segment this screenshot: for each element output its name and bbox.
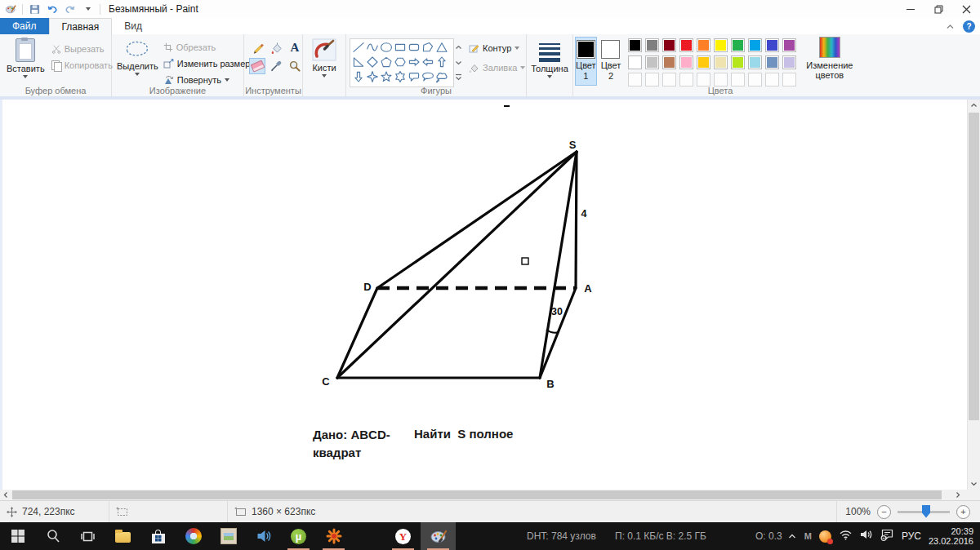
taskbar-clock[interactable]: 20:39 23.02.2016	[929, 526, 973, 546]
shape-hexagon-icon[interactable]	[393, 55, 407, 69]
taskbar-volume-icon[interactable]	[246, 522, 281, 550]
palette-color-efe4b0[interactable]	[714, 55, 728, 69]
shape-five-point-star-icon[interactable]	[379, 69, 393, 84]
shape-arrow-up-icon[interactable]	[434, 55, 448, 69]
text-tool-button[interactable]: A	[287, 39, 303, 55]
color-picker-tool-button[interactable]	[268, 58, 284, 74]
taskbar-start-icon[interactable]	[0, 522, 35, 550]
volume-icon[interactable]	[860, 529, 873, 543]
select-button[interactable]: Выделить	[117, 38, 158, 87]
shapes-more-icon[interactable]	[455, 69, 462, 84]
zoom-slider[interactable]	[898, 511, 950, 513]
palette-empty-slot[interactable]	[697, 73, 710, 86]
horizontal-scrollbar[interactable]	[0, 490, 967, 500]
taskbar-yandex-icon[interactable]: Y	[385, 522, 421, 550]
shape-diamond-icon[interactable]	[365, 55, 379, 69]
palette-color-7f7f7f[interactable]	[645, 38, 659, 52]
palette-color-7092be[interactable]	[765, 55, 779, 69]
help-icon[interactable]: ?	[963, 20, 975, 33]
fill-tool-button[interactable]	[268, 39, 284, 55]
taskbar-explorer-icon[interactable]	[105, 522, 140, 550]
wifi-icon[interactable]	[839, 529, 853, 543]
palette-color-00a2e8[interactable]	[748, 38, 762, 52]
palette-color-c8bfe7[interactable]	[782, 55, 796, 69]
taskbar-search-icon[interactable]	[35, 522, 70, 550]
scroll-up-icon[interactable]	[968, 100, 980, 111]
resize-button[interactable]: Изменить размер	[163, 56, 251, 71]
shape-ellipse-icon[interactable]	[379, 40, 393, 55]
zoom-slider-thumb[interactable]	[922, 505, 930, 518]
taskbar-photos-icon[interactable]	[211, 522, 246, 550]
magnifier-tool-button[interactable]	[287, 58, 303, 74]
taskbar-paint-icon[interactable]	[421, 522, 456, 550]
restore-button[interactable]	[924, 0, 952, 18]
tab-file[interactable]: Файл	[0, 18, 49, 34]
taskbar-store-icon[interactable]	[140, 522, 176, 550]
customize-quick-access-button[interactable]	[82, 2, 95, 16]
shape-right-triangle-icon[interactable]	[351, 55, 365, 69]
palette-color-ed1c24[interactable]	[679, 38, 693, 52]
edit-colors-button[interactable]: Изменение цветов	[806, 37, 853, 80]
horizontal-scroll-thumb[interactable]	[12, 490, 942, 499]
close-button[interactable]	[952, 0, 980, 18]
palette-color-fff200[interactable]	[714, 38, 728, 52]
save-button[interactable]	[28, 2, 41, 16]
palette-color-ffaec9[interactable]	[679, 55, 693, 69]
drawing-canvas[interactable]: SDABC430 Дано: ABCD- квадрат Найти S пол…	[2, 100, 967, 490]
vertical-scroll-thumb[interactable]	[969, 113, 979, 420]
shape-oval-callout-icon[interactable]	[421, 69, 434, 84]
language-indicator[interactable]: РУС	[902, 530, 921, 542]
minimize-button[interactable]	[897, 0, 924, 18]
palette-empty-slot[interactable]	[679, 73, 693, 86]
paste-button[interactable]: Вставить	[7, 38, 45, 78]
zoom-out-button[interactable]: −	[877, 505, 891, 519]
palette-color-a349a4[interactable]	[782, 38, 796, 52]
shape-arrow-right-icon[interactable]	[407, 55, 421, 69]
taskbar-task-view-icon[interactable]	[70, 522, 105, 550]
action-center-icon[interactable]	[880, 529, 894, 544]
copy-button[interactable]: Копировать	[51, 58, 113, 73]
zoom-in-button[interactable]: +	[956, 505, 970, 519]
shape-outline-button[interactable]: Контур	[469, 41, 525, 55]
shape-cloud-callout-icon[interactable]	[434, 69, 448, 84]
palette-color-ffc90e[interactable]	[697, 55, 710, 69]
shape-arrow-left-icon[interactable]	[421, 55, 434, 69]
shape-rounded-rectangle-icon[interactable]	[407, 40, 421, 55]
palette-empty-slot[interactable]	[765, 73, 779, 86]
palette-empty-slot[interactable]	[748, 73, 762, 86]
palette-empty-slot[interactable]	[662, 73, 676, 86]
eraser-tool-button[interactable]	[249, 58, 265, 74]
tab-home[interactable]: Главная	[49, 18, 113, 34]
shape-line-icon[interactable]	[351, 40, 365, 55]
palette-color-99d9ea[interactable]	[748, 55, 762, 69]
collapse-ribbon-icon[interactable]	[946, 19, 955, 33]
shape-triangle-icon[interactable]	[434, 40, 448, 55]
taskbar-flower-icon[interactable]	[316, 522, 351, 550]
tray-messenger-icon[interactable]	[819, 530, 831, 543]
scroll-left-icon[interactable]	[0, 490, 11, 500]
shape-rectangle-icon[interactable]	[393, 40, 407, 55]
color1-button[interactable]: Цвет 1	[575, 37, 597, 86]
scroll-down-icon[interactable]	[968, 478, 980, 490]
shape-arrow-down-icon[interactable]	[351, 69, 365, 84]
shape-rounded-callout-icon[interactable]	[407, 69, 421, 84]
palette-color-b97a57[interactable]	[662, 55, 676, 69]
shape-six-point-star-icon[interactable]	[393, 69, 407, 84]
scroll-right-icon[interactable]	[952, 490, 964, 500]
palette-color-b5e61d[interactable]	[731, 55, 745, 69]
taskbar-utorrent-icon[interactable]: µ	[281, 522, 316, 550]
tray-m-icon[interactable]: М	[804, 531, 812, 541]
taskbar-browser-icon[interactable]	[176, 522, 211, 550]
shape-pentagon-icon[interactable]	[379, 55, 393, 69]
shape-curve-icon[interactable]	[365, 40, 379, 55]
tray-expand-icon[interactable]	[787, 529, 797, 543]
shapes-scroll-down-icon[interactable]	[455, 54, 462, 69]
palette-color-22b14c[interactable]	[731, 38, 745, 52]
redo-button[interactable]	[64, 2, 77, 16]
pencil-tool-button[interactable]	[249, 39, 265, 55]
palette-color-ffffff[interactable]	[628, 55, 642, 69]
shapes-scroll-up-icon[interactable]	[455, 38, 462, 53]
palette-color-c3c3c3[interactable]	[645, 55, 659, 69]
vertical-scrollbar[interactable]	[967, 100, 980, 490]
shape-fill-button[interactable]: Заливка	[469, 60, 525, 75]
